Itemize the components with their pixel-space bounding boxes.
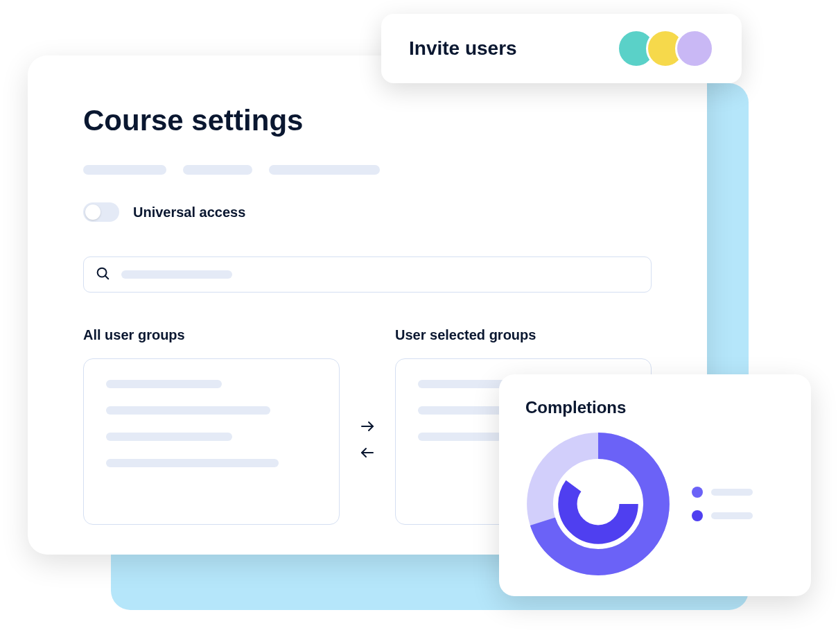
tab-row	[83, 165, 652, 175]
all-groups-title: All user groups	[83, 327, 340, 343]
avatar	[675, 29, 714, 68]
list-item[interactable]	[106, 406, 270, 415]
toggle-knob	[85, 204, 101, 220]
transfer-controls	[340, 356, 395, 525]
list-item[interactable]	[106, 433, 232, 441]
completions-chart-row	[525, 431, 785, 577]
legend-item	[692, 487, 753, 498]
arrow-right-icon[interactable]	[359, 418, 376, 437]
completions-donut-chart	[525, 431, 671, 577]
page-title: Course settings	[83, 104, 652, 137]
legend-item	[692, 510, 753, 521]
legend-dot-icon	[692, 487, 703, 498]
invite-users-label: Invite users	[409, 37, 517, 60]
all-groups-list[interactable]	[83, 358, 340, 525]
invite-users-card[interactable]: Invite users	[381, 14, 742, 83]
completions-title: Completions	[525, 398, 785, 417]
selected-groups-title: User selected groups	[395, 327, 652, 343]
universal-access-label: Universal access	[133, 204, 245, 220]
universal-access-row: Universal access	[83, 202, 652, 222]
universal-access-toggle[interactable]	[83, 202, 119, 222]
completions-legend	[692, 487, 753, 521]
search-placeholder	[121, 270, 232, 279]
svg-point-9	[584, 489, 613, 519]
list-item[interactable]	[106, 380, 222, 388]
arrow-left-icon[interactable]	[359, 444, 376, 464]
legend-label-placeholder	[711, 489, 753, 496]
legend-label-placeholder	[711, 512, 753, 519]
search-icon	[95, 266, 110, 284]
tab-placeholder[interactable]	[83, 165, 166, 175]
completions-card: Completions	[499, 374, 811, 596]
svg-line-1	[105, 276, 109, 279]
list-item[interactable]	[106, 459, 279, 467]
tab-placeholder[interactable]	[269, 165, 380, 175]
tab-placeholder[interactable]	[183, 165, 252, 175]
legend-dot-icon	[692, 510, 703, 521]
avatar-stack	[617, 29, 714, 68]
all-groups-column: All user groups	[83, 327, 340, 525]
search-input[interactable]	[83, 256, 652, 293]
list-item[interactable]	[418, 433, 503, 441]
